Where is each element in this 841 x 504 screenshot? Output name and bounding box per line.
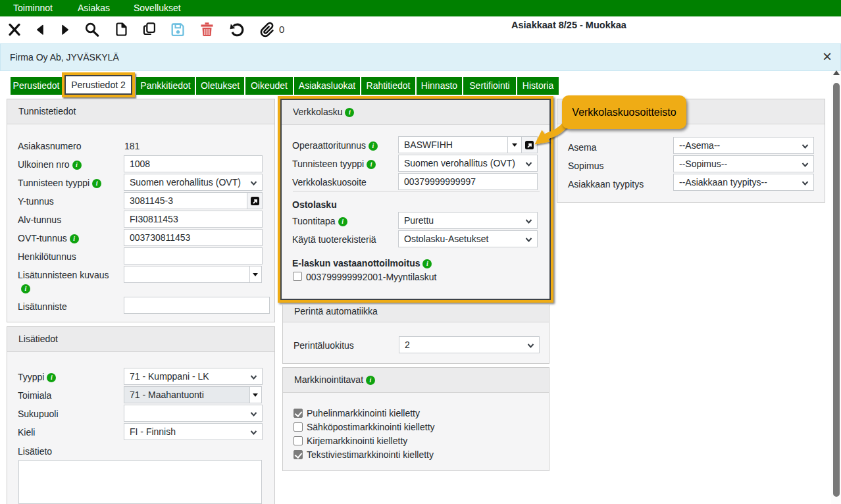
svg-text:0: 0 (279, 24, 284, 35)
